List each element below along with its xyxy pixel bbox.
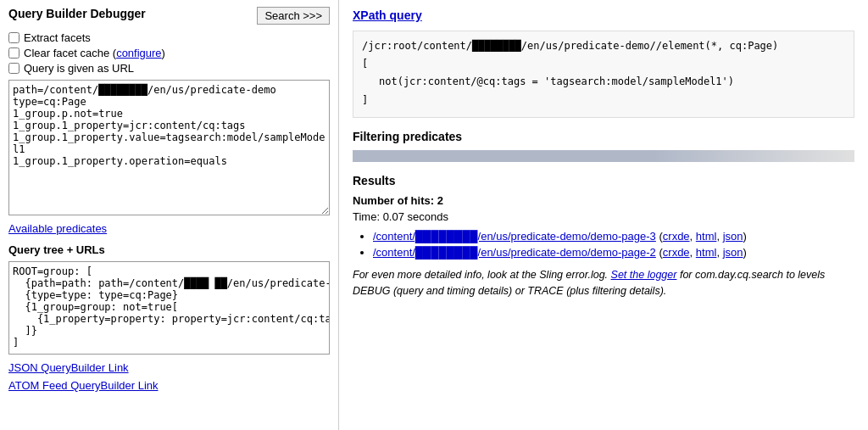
xpath-line-2: [ <box>362 56 845 72</box>
result-json-2[interactable]: json <box>723 246 743 259</box>
query-tree-box[interactable]: ROOT=group: [ {path=path: path=/content/… <box>8 261 330 355</box>
query-tree-title: Query tree + URLs <box>8 243 330 256</box>
result-item-1: /content/████████/en/us/predicate-demo/d… <box>373 230 854 243</box>
clear-facet-checkbox[interactable] <box>8 47 19 59</box>
result-crxde-2[interactable]: crxde <box>663 246 690 259</box>
results-list: /content/████████/en/us/predicate-demo/d… <box>373 230 854 259</box>
extract-facets-label: Extract facets <box>24 31 91 44</box>
json-querybuilder-link[interactable]: JSON QueryBuilder Link <box>8 361 330 374</box>
result-json-1[interactable]: json <box>723 230 743 243</box>
xpath-line-1: /jcr:root/content/████████/en/us/predica… <box>362 38 845 54</box>
result-html-1[interactable]: html <box>696 230 717 243</box>
xpath-title-link[interactable]: XPath query <box>353 8 422 22</box>
result-item-2: /content/████████/en/us/predicate-demo/d… <box>373 246 854 259</box>
time-label: Time: 0.07 seconds <box>353 210 854 223</box>
result-path-1[interactable]: /content/████████/en/us/predicate-demo/d… <box>373 230 656 243</box>
query-textarea[interactable]: path=/content/████████/en/us/predicate-d… <box>8 80 330 215</box>
result-crxde-1[interactable]: crxde <box>663 230 690 243</box>
result-html-2[interactable]: html <box>696 246 717 259</box>
atom-feed-link[interactable]: ATOM Feed QueryBuilder Link <box>8 379 330 392</box>
extract-facets-row: Extract facets <box>8 31 330 44</box>
extract-facets-checkbox[interactable] <box>8 32 19 43</box>
page-title: Query Builder Debugger <box>8 7 146 20</box>
available-predicates-section: Available predicates <box>8 222 330 235</box>
query-url-row: Query is given as URL <box>8 62 330 75</box>
clear-facet-label: Clear facet cache (configure) <box>24 47 165 59</box>
search-button[interactable]: Search >>> <box>257 7 330 25</box>
info-text: For even more detailed info, look at the… <box>353 267 854 299</box>
xpath-box: /jcr:root/content/████████/en/us/predica… <box>353 31 854 118</box>
left-panel: Query Builder Debugger Search >>> Extrac… <box>0 0 339 430</box>
right-panel: XPath query /jcr:root/content/████████/e… <box>339 0 868 430</box>
hits-label: Number of hits: 2 <box>353 194 854 207</box>
available-predicates-link[interactable]: Available predicates <box>8 222 107 235</box>
xpath-line-4: ] <box>362 92 845 109</box>
query-url-label: Query is given as URL <box>24 62 134 75</box>
results-section: Number of hits: 2 Time: 0.07 seconds /co… <box>353 194 854 299</box>
query-url-checkbox[interactable] <box>8 63 19 74</box>
set-logger-link[interactable]: Set the logger <box>611 269 677 281</box>
filter-bar <box>353 150 854 162</box>
filtering-heading: Filtering predicates <box>353 130 854 143</box>
link-section: JSON QueryBuilder Link ATOM Feed QueryBu… <box>8 361 330 392</box>
clear-facet-cache-row: Clear facet cache (configure) <box>8 47 330 59</box>
result-path-2[interactable]: /content/████████/en/us/predicate-demo/d… <box>373 246 656 259</box>
results-heading: Results <box>353 174 854 187</box>
configure-link[interactable]: configure <box>116 47 161 59</box>
xpath-line-3: not(jcr:content/@cq:tags = 'tagsearch:mo… <box>362 74 845 90</box>
